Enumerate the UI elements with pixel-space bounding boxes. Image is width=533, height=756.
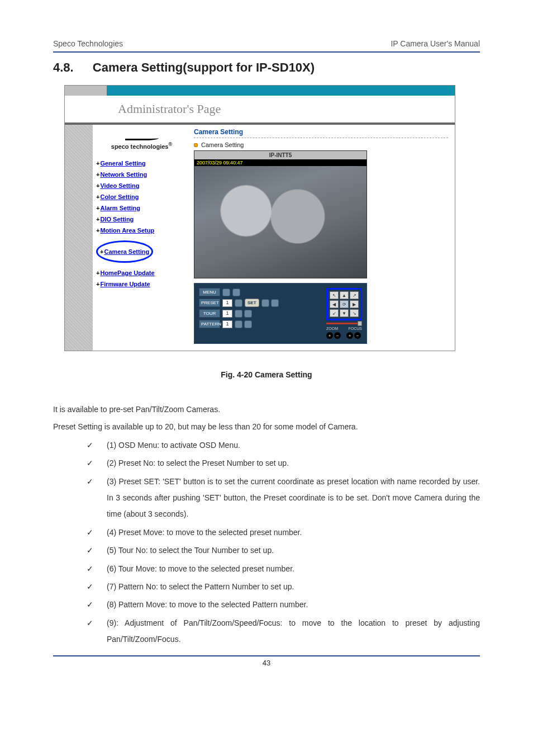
check-icon: ✓ bbox=[87, 579, 93, 595]
check-icon: ✓ bbox=[87, 525, 93, 541]
nav-item-video-setting[interactable]: Video Setting bbox=[96, 182, 187, 189]
nav-item-network-setting[interactable]: Network Setting bbox=[96, 171, 187, 178]
list-item-text: (8) Pattern Move: to move to the selecte… bbox=[107, 597, 480, 613]
nav-item-alarm-setting[interactable]: Alarm Setting bbox=[96, 205, 187, 211]
list-item: ✓(3) Preset SET: 'SET' button is to set … bbox=[87, 474, 480, 523]
paragraph-2: Preset Setting is available up to 20, bu… bbox=[53, 419, 480, 435]
nav-item-homepage-update[interactable]: HomePage Update bbox=[96, 270, 187, 276]
admin-page-title: Administrator's Page bbox=[118, 102, 221, 116]
camera-video-preview: IP-INTT5 2007/03/29 09:40:47 bbox=[194, 150, 367, 278]
menu-button[interactable]: MENU bbox=[199, 288, 220, 296]
zoom-label: ZOOM bbox=[326, 327, 338, 330]
dpad-upleft[interactable]: ↖ bbox=[330, 291, 339, 299]
check-icon: ✓ bbox=[87, 437, 93, 453]
video-frame bbox=[194, 166, 367, 278]
sidebar-gray-strip bbox=[65, 125, 93, 351]
screenshot-admin-page: Administrator's Page speco technologies®… bbox=[64, 85, 455, 351]
preset-number-input[interactable]: 1 bbox=[222, 299, 232, 307]
check-icon: ✓ bbox=[87, 474, 93, 523]
preset-extra2-icon[interactable] bbox=[271, 299, 279, 307]
paragraph-1: It is available to pre-set Pan/Tilt/Zoom… bbox=[53, 401, 480, 418]
bullet-icon bbox=[194, 143, 198, 147]
check-icon: ✓ bbox=[87, 561, 93, 577]
section-heading: Camera Setting(support for IP-SD10X) bbox=[93, 60, 315, 74]
figure-caption: Fig. 4-20 Camera Setting bbox=[53, 370, 480, 379]
list-item: ✓(9): Adjustment of Pan/Tilt/Zoom/Speed/… bbox=[87, 615, 480, 648]
pattern-extra-icon[interactable] bbox=[244, 320, 252, 328]
list-item-text: (2) Preset No: to select the Preset Numb… bbox=[107, 455, 480, 471]
pattern-go-icon[interactable] bbox=[235, 320, 242, 328]
panel-subtitle-row: Camera Setting bbox=[194, 141, 448, 148]
section-title: 4.8. Camera Setting(support for IP-SD10X… bbox=[53, 60, 480, 75]
nav-item-color-setting[interactable]: Color Setting bbox=[96, 193, 187, 200]
dpad-downright[interactable]: ↘ bbox=[350, 309, 359, 317]
list-item-text: (5) Tour No: to select the Tour Number t… bbox=[107, 542, 480, 559]
dpad-center[interactable]: ⟳ bbox=[340, 300, 349, 308]
focus-near-button[interactable]: + bbox=[346, 332, 353, 339]
tour-go-icon[interactable] bbox=[235, 310, 242, 318]
tour-button[interactable]: TOUR bbox=[199, 309, 220, 318]
admin-sidebar: speco technologies® General SettingNetwo… bbox=[93, 125, 191, 351]
page-header: Speco Technologies IP Camera User's Manu… bbox=[53, 39, 480, 53]
ptz-control-panel: MENU PRESET 1 SET TOUR bbox=[194, 283, 367, 344]
dpad-up[interactable]: ▲ bbox=[340, 291, 349, 299]
list-item-text: (1) OSD Menu: to activate OSD Menu. bbox=[107, 437, 480, 453]
check-icon: ✓ bbox=[87, 455, 93, 471]
list-item-text: (9): Adjustment of Pan/Tilt/Zoom/Speed/F… bbox=[107, 615, 480, 648]
video-caption: IP-INTT5 bbox=[194, 151, 367, 159]
header-left: Speco Technologies bbox=[53, 39, 123, 48]
set-button[interactable]: SET bbox=[245, 299, 259, 307]
preset-button[interactable]: PRESET bbox=[199, 299, 220, 307]
focus-far-button[interactable]: − bbox=[354, 332, 361, 339]
tour-number-input[interactable]: 1 bbox=[222, 310, 232, 318]
nav-highlight-ellipse: Camera Setting bbox=[96, 240, 153, 263]
nav-item-dio-setting[interactable]: DIO Setting bbox=[96, 216, 187, 223]
focus-label: FOCUS bbox=[349, 327, 363, 330]
dpad-left[interactable]: ◀ bbox=[330, 300, 339, 308]
pattern-button[interactable]: PATTERN bbox=[199, 320, 220, 328]
check-icon: ✓ bbox=[87, 597, 93, 613]
dpad-downleft[interactable]: ↙ bbox=[330, 309, 339, 317]
list-item: ✓(1) OSD Menu: to activate OSD Menu. bbox=[87, 437, 480, 453]
refresh-icon[interactable] bbox=[232, 289, 240, 296]
header-right: IP Camera User's Manual bbox=[391, 39, 480, 48]
pattern-number-input[interactable]: 1 bbox=[222, 320, 232, 328]
list-item: ✓(2) Preset No: to select the Preset Num… bbox=[87, 455, 480, 471]
section-number: 4.8. bbox=[53, 60, 74, 75]
dpad-down[interactable]: ▼ bbox=[340, 309, 349, 317]
video-timestamp: 2007/03/29 09:40:47 bbox=[194, 159, 367, 166]
nav-item-camera-setting[interactable]: Camera Setting bbox=[100, 248, 149, 255]
list-item-text: (4) Preset Move: to move to the selected… bbox=[107, 525, 480, 541]
list-item-text: (7) Pattern No: to select the Pattern Nu… bbox=[107, 579, 480, 595]
list-item: ✓(8) Pattern Move: to move to the select… bbox=[87, 597, 480, 613]
preset-extra-icon[interactable] bbox=[261, 299, 269, 307]
list-item-text: (6) Tour Move: to move to the selected p… bbox=[107, 561, 480, 577]
panel-title: Camera Setting bbox=[194, 128, 448, 138]
list-item-text: (3) Preset SET: 'SET' button is to set t… bbox=[107, 474, 480, 523]
speed-slider[interactable] bbox=[326, 323, 362, 324]
page-number: 43 bbox=[263, 659, 270, 667]
list-item: ✓(7) Pattern No: to select the Pattern N… bbox=[87, 579, 480, 595]
tour-extra-icon[interactable] bbox=[244, 310, 252, 318]
zoom-in-button[interactable]: + bbox=[326, 332, 333, 339]
check-icon: ✓ bbox=[87, 542, 93, 559]
list-item: ✓(5) Tour No: to select the Tour Number … bbox=[87, 542, 480, 559]
zoom-out-button[interactable]: − bbox=[334, 332, 341, 339]
nav-item-firmware-update[interactable]: Firmware Update bbox=[96, 281, 187, 287]
speco-logo: speco technologies® bbox=[96, 135, 187, 150]
nav-item-motion-area-setup[interactable]: Motion Area Setup bbox=[96, 227, 187, 234]
check-icon: ✓ bbox=[87, 615, 93, 648]
dpad-upright[interactable]: ↗ bbox=[350, 291, 359, 299]
dpad-highlight: ↖ ▲ ↗ ◀ ⟳ ▶ ↙ ▼ ↘ bbox=[326, 288, 362, 320]
preset-go-icon[interactable] bbox=[235, 299, 242, 307]
list-item: ✓(4) Preset Move: to move to the selecte… bbox=[87, 525, 480, 541]
list-item: ✓(6) Tour Move: to move to the selected … bbox=[87, 561, 480, 577]
osd-icon[interactable] bbox=[222, 289, 230, 296]
dpad-right[interactable]: ▶ bbox=[350, 300, 359, 308]
page-footer: 43 bbox=[53, 655, 480, 667]
nav-item-general-setting[interactable]: General Setting bbox=[96, 160, 187, 167]
